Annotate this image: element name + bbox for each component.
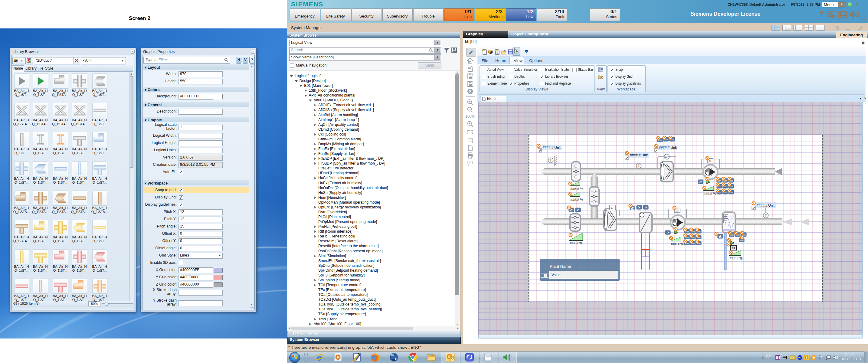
svg-text:##: ## (732, 246, 735, 249)
svg-text:####.# Unit: ####.# Unit (659, 146, 677, 149)
svg-text:T: T (638, 164, 640, 168)
svg-text:Plant Name: Plant Name (550, 264, 571, 269)
svg-text:###.# %: ###.# % (704, 191, 716, 195)
svg-text:T: T (550, 159, 552, 162)
svg-text:e: e (317, 353, 322, 362)
svg-text:#: # (496, 51, 498, 54)
svg-text:####.# Unit: ####.# Unit (630, 153, 648, 157)
svg-text:###.# %: ###.# % (570, 241, 582, 245)
svg-text:ΔP: ΔP (665, 155, 669, 158)
svg-text:Value...: Value... (552, 273, 564, 277)
svg-text:###.# %: ###.# % (570, 198, 583, 202)
svg-text:ΔP: ΔP (676, 209, 679, 212)
svg-text:8: 8 (395, 357, 397, 361)
svg-text:###.# %: ###.# % (730, 256, 742, 260)
svg-text:####.# Unit: ####.# Unit (543, 146, 561, 149)
svg-text:####.# Unit: ####.# Unit (757, 204, 775, 207)
svg-text:###.# %: ###.# % (570, 187, 583, 190)
svg-text:ΔP: ΔP (611, 206, 614, 209)
svg-text:ΔP: ΔP (709, 159, 712, 162)
svg-text:T: T (765, 214, 767, 217)
svg-text:###.# %: ###.# % (671, 242, 683, 246)
